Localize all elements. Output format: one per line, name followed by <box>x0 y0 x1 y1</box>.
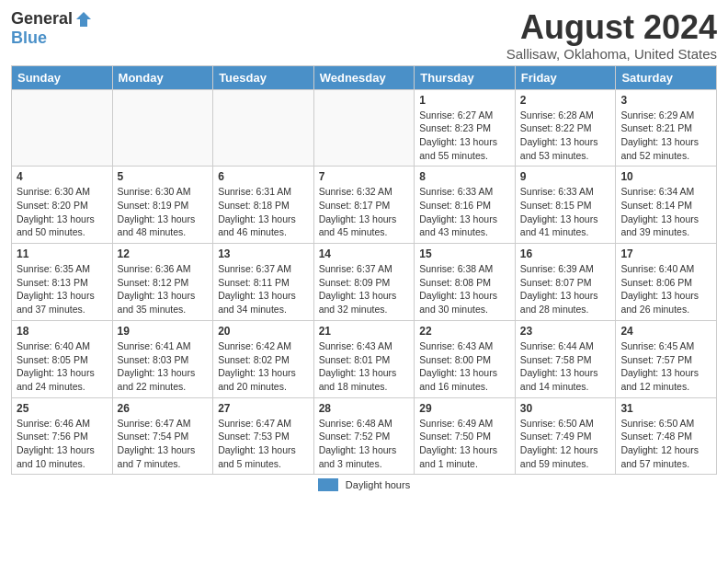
weekday-header-sunday: Sunday <box>12 65 113 89</box>
logo: General Blue <box>11 9 93 48</box>
day-number: 28 <box>319 402 410 415</box>
day-number: 25 <box>17 402 108 415</box>
day-cell: 9Sunrise: 6:33 AMSunset: 8:15 PMDaylight… <box>515 167 616 244</box>
day-cell: 30Sunrise: 6:50 AMSunset: 7:49 PMDayligh… <box>515 397 616 475</box>
main-container: General Blue August 2024 Sallisaw, Oklah… <box>0 0 728 497</box>
day-number: 9 <box>520 170 611 183</box>
week-row-1: 1Sunrise: 6:27 AMSunset: 8:23 PMDaylight… <box>12 89 717 167</box>
day-cell: 22Sunrise: 6:43 AMSunset: 8:00 PMDayligh… <box>415 320 516 397</box>
day-cell: 21Sunrise: 6:43 AMSunset: 8:01 PMDayligh… <box>313 320 415 397</box>
day-number: 1 <box>419 94 510 107</box>
day-info: Sunrise: 6:48 AMSunset: 7:52 PMDaylight:… <box>319 417 410 471</box>
day-number: 10 <box>620 170 711 183</box>
day-cell: 17Sunrise: 6:40 AMSunset: 8:06 PMDayligh… <box>616 244 717 321</box>
day-info: Sunrise: 6:40 AMSunset: 8:05 PMDaylight:… <box>17 339 108 394</box>
day-info: Sunrise: 6:44 AMSunset: 7:58 PMDaylight:… <box>520 339 611 394</box>
day-info: Sunrise: 6:45 AMSunset: 7:57 PMDaylight:… <box>620 339 711 394</box>
day-cell: 28Sunrise: 6:48 AMSunset: 7:52 PMDayligh… <box>313 397 415 475</box>
day-cell: 3Sunrise: 6:29 AMSunset: 8:21 PMDaylight… <box>616 89 717 167</box>
subtitle: Sallisaw, Oklahoma, United States <box>506 46 717 62</box>
day-cell: 20Sunrise: 6:42 AMSunset: 8:02 PMDayligh… <box>213 320 314 397</box>
day-number: 13 <box>218 247 309 260</box>
day-info: Sunrise: 6:43 AMSunset: 8:01 PMDaylight:… <box>319 339 410 394</box>
legend-box <box>318 478 338 491</box>
day-number: 6 <box>218 170 309 183</box>
day-number: 2 <box>520 94 611 107</box>
day-cell <box>213 89 314 167</box>
day-number: 17 <box>620 247 711 260</box>
day-info: Sunrise: 6:50 AMSunset: 7:49 PMDaylight:… <box>520 417 611 471</box>
day-number: 3 <box>620 94 711 107</box>
day-cell: 7Sunrise: 6:32 AMSunset: 8:17 PMDaylight… <box>313 167 415 244</box>
legend-label: Daylight hours <box>346 479 410 490</box>
day-number: 31 <box>620 402 711 415</box>
weekday-header-tuesday: Tuesday <box>213 65 314 89</box>
day-number: 5 <box>118 170 209 183</box>
day-info: Sunrise: 6:50 AMSunset: 7:48 PMDaylight:… <box>620 417 711 471</box>
day-cell: 31Sunrise: 6:50 AMSunset: 7:48 PMDayligh… <box>616 397 717 475</box>
week-row-2: 4Sunrise: 6:30 AMSunset: 8:20 PMDaylight… <box>12 167 717 244</box>
svg-marker-0 <box>76 12 91 27</box>
day-info: Sunrise: 6:42 AMSunset: 8:02 PMDaylight:… <box>218 339 309 394</box>
day-info: Sunrise: 6:34 AMSunset: 8:14 PMDaylight:… <box>620 185 711 239</box>
logo-general: General <box>11 9 73 29</box>
day-cell <box>313 89 415 167</box>
day-cell: 8Sunrise: 6:33 AMSunset: 8:16 PMDaylight… <box>415 167 516 244</box>
day-number: 7 <box>319 170 410 183</box>
day-info: Sunrise: 6:27 AMSunset: 8:23 PMDaylight:… <box>419 109 510 163</box>
day-info: Sunrise: 6:30 AMSunset: 8:20 PMDaylight:… <box>17 185 108 239</box>
day-cell: 14Sunrise: 6:37 AMSunset: 8:09 PMDayligh… <box>313 244 415 321</box>
weekday-header-row: SundayMondayTuesdayWednesdayThursdayFrid… <box>12 65 717 89</box>
day-number: 12 <box>118 247 209 260</box>
day-info: Sunrise: 6:37 AMSunset: 8:11 PMDaylight:… <box>218 262 309 316</box>
day-cell: 13Sunrise: 6:37 AMSunset: 8:11 PMDayligh… <box>213 244 314 321</box>
weekday-header-wednesday: Wednesday <box>313 65 415 89</box>
day-info: Sunrise: 6:41 AMSunset: 8:03 PMDaylight:… <box>118 339 209 394</box>
day-number: 29 <box>419 402 510 415</box>
day-number: 11 <box>17 247 108 260</box>
day-info: Sunrise: 6:40 AMSunset: 8:06 PMDaylight:… <box>620 262 711 316</box>
week-row-3: 11Sunrise: 6:35 AMSunset: 8:13 PMDayligh… <box>12 244 717 321</box>
day-cell: 12Sunrise: 6:36 AMSunset: 8:12 PMDayligh… <box>112 244 213 321</box>
day-cell: 5Sunrise: 6:30 AMSunset: 8:19 PMDaylight… <box>112 167 213 244</box>
logo-blue: Blue <box>11 29 47 48</box>
day-info: Sunrise: 6:29 AMSunset: 8:21 PMDaylight:… <box>620 109 711 163</box>
day-info: Sunrise: 6:46 AMSunset: 7:56 PMDaylight:… <box>17 417 108 471</box>
day-number: 30 <box>520 402 611 415</box>
day-number: 23 <box>520 325 611 338</box>
day-number: 18 <box>17 325 108 338</box>
day-cell: 1Sunrise: 6:27 AMSunset: 8:23 PMDaylight… <box>415 89 516 167</box>
week-row-4: 18Sunrise: 6:40 AMSunset: 8:05 PMDayligh… <box>12 320 717 397</box>
day-info: Sunrise: 6:28 AMSunset: 8:22 PMDaylight:… <box>520 109 611 163</box>
day-info: Sunrise: 6:35 AMSunset: 8:13 PMDaylight:… <box>17 262 108 316</box>
weekday-header-monday: Monday <box>112 65 213 89</box>
calendar: SundayMondayTuesdayWednesdayThursdayFrid… <box>11 65 717 476</box>
day-cell: 18Sunrise: 6:40 AMSunset: 8:05 PMDayligh… <box>12 320 113 397</box>
day-cell: 29Sunrise: 6:49 AMSunset: 7:50 PMDayligh… <box>415 397 516 475</box>
day-info: Sunrise: 6:47 AMSunset: 7:54 PMDaylight:… <box>118 417 209 471</box>
day-number: 15 <box>419 247 510 260</box>
day-info: Sunrise: 6:37 AMSunset: 8:09 PMDaylight:… <box>319 262 410 316</box>
day-info: Sunrise: 6:33 AMSunset: 8:16 PMDaylight:… <box>419 185 510 239</box>
logo-icon <box>74 10 93 29</box>
day-cell: 11Sunrise: 6:35 AMSunset: 8:13 PMDayligh… <box>12 244 113 321</box>
day-number: 20 <box>218 325 309 338</box>
day-info: Sunrise: 6:43 AMSunset: 8:00 PMDaylight:… <box>419 339 510 394</box>
day-info: Sunrise: 6:31 AMSunset: 8:18 PMDaylight:… <box>218 185 309 239</box>
day-cell: 15Sunrise: 6:38 AMSunset: 8:08 PMDayligh… <box>415 244 516 321</box>
weekday-header-friday: Friday <box>515 65 616 89</box>
title-block: August 2024 Sallisaw, Oklahoma, United S… <box>506 9 717 62</box>
weekday-header-saturday: Saturday <box>616 65 717 89</box>
day-info: Sunrise: 6:39 AMSunset: 8:07 PMDaylight:… <box>520 262 611 316</box>
day-cell: 16Sunrise: 6:39 AMSunset: 8:07 PMDayligh… <box>515 244 616 321</box>
day-cell: 27Sunrise: 6:47 AMSunset: 7:53 PMDayligh… <box>213 397 314 475</box>
day-cell: 24Sunrise: 6:45 AMSunset: 7:57 PMDayligh… <box>616 320 717 397</box>
day-info: Sunrise: 6:33 AMSunset: 8:15 PMDaylight:… <box>520 185 611 239</box>
day-number: 24 <box>620 325 711 338</box>
legend-row: Daylight hours <box>11 478 717 491</box>
day-cell: 4Sunrise: 6:30 AMSunset: 8:20 PMDaylight… <box>12 167 113 244</box>
day-cell: 26Sunrise: 6:47 AMSunset: 7:54 PMDayligh… <box>112 397 213 475</box>
day-number: 26 <box>118 402 209 415</box>
day-cell <box>112 89 213 167</box>
day-number: 16 <box>520 247 611 260</box>
